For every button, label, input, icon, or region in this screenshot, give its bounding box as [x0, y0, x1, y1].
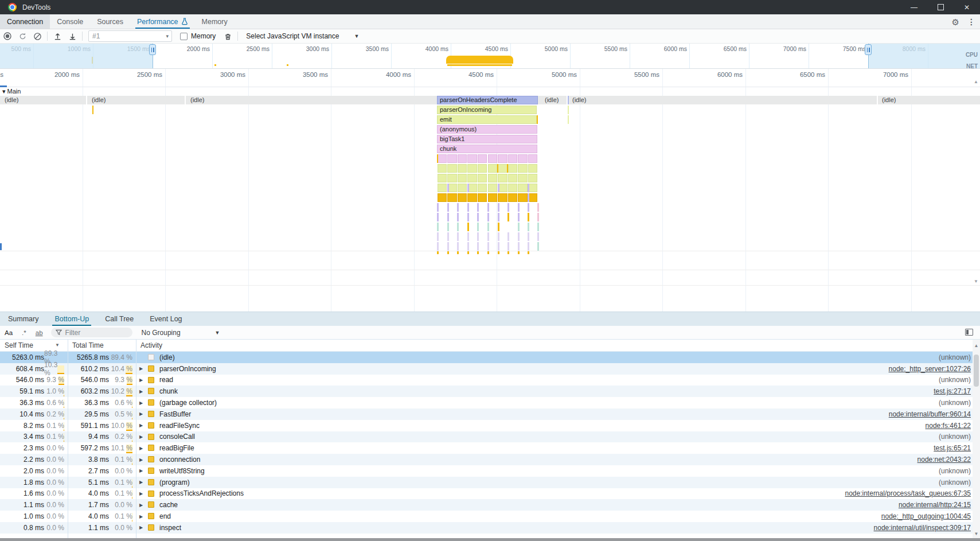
sidebar-toggle-icon[interactable] [965, 329, 973, 336]
flame-segment[interactable] [478, 154, 487, 163]
tab-memory[interactable]: Memory [195, 14, 235, 29]
flame-segment[interactable] [488, 193, 497, 202]
flame-segment[interactable] [458, 164, 467, 173]
expander-icon[interactable]: ▶ [139, 420, 143, 431]
flame-segment[interactable] [478, 193, 487, 202]
source-link[interactable]: node:internal/buffer:960:14 [889, 408, 971, 420]
flame-block-parseronheaderscomplete[interactable]: parserOnHeadersComplete [437, 96, 538, 104]
flame-segment[interactable] [467, 154, 477, 163]
flame-segment[interactable] [508, 174, 517, 182]
flame-segment[interactable] [438, 154, 447, 163]
collect-garbage-button[interactable] [220, 30, 235, 42]
flame-segment[interactable] [447, 154, 456, 163]
main-track-header[interactable]: ▾ Main [2, 88, 21, 95]
table-row[interactable]: 1.1 ms0.0 %1.7 ms0.0 %▶cachenode:interna… [0, 499, 980, 511]
expander-icon[interactable]: ▶ [139, 431, 143, 443]
regex-toggle[interactable]: .* [22, 329, 26, 336]
flame-block-emit[interactable]: emit [437, 115, 537, 124]
vm-instance-select[interactable]: Select JavaScript VM instance ▼ [246, 32, 359, 40]
flame-segment[interactable] [508, 164, 517, 173]
scrollbar-thumb[interactable] [974, 355, 979, 387]
flame-segment[interactable] [478, 174, 487, 182]
flame-segment[interactable] [447, 164, 456, 173]
load-profile-button[interactable] [50, 30, 65, 42]
reload-record-button[interactable] [15, 30, 30, 42]
tab-performance[interactable]: Performance [130, 14, 195, 29]
flame-segment[interactable] [518, 184, 527, 192]
table-row[interactable]: 3.4 ms0.1 %9.4 ms0.2 %▶consoleCall(unkno… [0, 431, 980, 443]
flame-segment[interactable] [438, 174, 447, 182]
expander-icon[interactable]: ▶ [139, 477, 143, 488]
source-link[interactable]: node:internal/process/task_queues:67:35 [845, 488, 971, 500]
flame-segment[interactable] [508, 193, 517, 202]
flame-segment[interactable] [447, 174, 456, 182]
flame-scroll-down[interactable]: ▼ [972, 279, 980, 284]
flame-segment[interactable] [447, 193, 456, 202]
record-button[interactable] [0, 30, 15, 42]
flame-segment[interactable] [528, 193, 537, 202]
flame-segment[interactable] [438, 164, 447, 173]
source-link[interactable]: node:fs:461:22 [926, 420, 971, 431]
flame-segment[interactable] [467, 184, 477, 192]
flame-segment[interactable] [528, 164, 537, 173]
grid-scrollbar[interactable]: ▲▼ [973, 340, 980, 541]
flame-segment[interactable] [467, 164, 477, 173]
source-link[interactable]: node:internal/http:24:15 [899, 499, 971, 511]
table-row[interactable]: 5263.0 ms89.3 %5265.8 ms89.4 %(idle)(unk… [0, 352, 980, 363]
flame-segment[interactable] [438, 193, 447, 202]
source-link[interactable]: node:internal/util/inspect:309:17 [874, 522, 971, 534]
flame-segment[interactable] [518, 174, 527, 182]
table-row[interactable]: 10.4 ms0.2 %29.5 ms0.5 %▶FastBuffernode:… [0, 408, 980, 420]
column-separator[interactable] [68, 340, 68, 541]
flame-segment[interactable] [498, 193, 507, 202]
source-link[interactable]: node:_http_server:1027:26 [889, 363, 971, 375]
match-whole-word-toggle[interactable]: ab [36, 329, 43, 336]
table-row[interactable]: 1.8 ms0.0 %5.1 ms0.1 %▶(program)(unknown… [0, 477, 980, 488]
expander-icon[interactable]: ▶ [139, 408, 143, 420]
timeline-overview[interactable]: 500 ms1000 ms1500 ms2000 ms2500 ms3000 m… [0, 44, 980, 69]
table-row[interactable]: 2.3 ms0.0 %597.2 ms10.1 %▶readBigFiletes… [0, 442, 980, 454]
scroll-down-arrow[interactable]: ▼ [973, 531, 980, 536]
expander-icon[interactable]: ▶ [139, 488, 143, 500]
flame-segment[interactable] [488, 184, 497, 192]
minimize-button[interactable]: — [901, 0, 927, 14]
tab-console[interactable]: Console [50, 14, 90, 29]
tab-call-tree[interactable]: Call Tree [97, 312, 142, 326]
flame-segment[interactable] [467, 174, 477, 182]
save-profile-button[interactable] [65, 30, 80, 42]
expander-icon[interactable]: ▶ [139, 442, 143, 454]
source-link[interactable]: test.js:65:21 [934, 442, 971, 454]
flame-segment[interactable] [528, 154, 537, 163]
tab-connection[interactable]: Connection [0, 14, 50, 29]
flame-block-bigtask1[interactable]: bigTask1 [437, 135, 537, 143]
flame-segment[interactable] [458, 174, 467, 182]
column-header-self-time[interactable]: Self Time [5, 341, 33, 349]
table-row[interactable]: 1.6 ms0.0 %4.0 ms0.1 %▶processTicksAndRe… [0, 488, 980, 500]
flame-segment[interactable] [458, 154, 467, 163]
source-link[interactable]: node:_http_outgoing:1004:45 [881, 511, 971, 522]
column-header-activity[interactable]: Activity [140, 341, 162, 349]
clear-button[interactable] [30, 30, 45, 42]
flame-segment[interactable] [518, 193, 527, 202]
table-row[interactable]: 36.3 ms0.6 %36.3 ms0.6 %▶(garbage collec… [0, 397, 980, 408]
expander-icon[interactable]: ▶ [139, 375, 143, 386]
scroll-up-arrow[interactable]: ▲ [973, 343, 980, 348]
flame-segment[interactable] [518, 154, 527, 163]
table-row[interactable]: 2.0 ms0.0 %2.7 ms0.0 %▶writeUtf8String(u… [0, 465, 980, 477]
flame-scroll-up[interactable]: ▲ [972, 79, 980, 84]
selection-handle-left[interactable] [149, 44, 156, 55]
flame-segment[interactable] [488, 174, 497, 182]
table-row[interactable]: 8.2 ms0.1 %591.1 ms10.0 %▶readFileSyncno… [0, 420, 980, 431]
tab-summary[interactable]: Summary [0, 312, 46, 326]
close-button[interactable]: ✕ [954, 0, 980, 14]
expander-icon[interactable]: ▶ [139, 522, 143, 534]
flame-segment[interactable] [478, 164, 487, 173]
table-row[interactable]: 2.2 ms0.0 %3.8 ms0.1 %▶onconnectionnode:… [0, 454, 980, 465]
flame-chart[interactable]: 1500 ms2000 ms2500 ms3000 ms3500 ms4000 … [0, 69, 980, 312]
flame-segment[interactable] [458, 193, 467, 202]
flame-segment[interactable] [438, 184, 447, 192]
tab-event-log[interactable]: Event Log [142, 312, 190, 326]
flame-segment[interactable] [528, 184, 537, 192]
tab-sources[interactable]: Sources [90, 14, 130, 29]
tab-bottom-up[interactable]: Bottom-Up [46, 312, 97, 326]
